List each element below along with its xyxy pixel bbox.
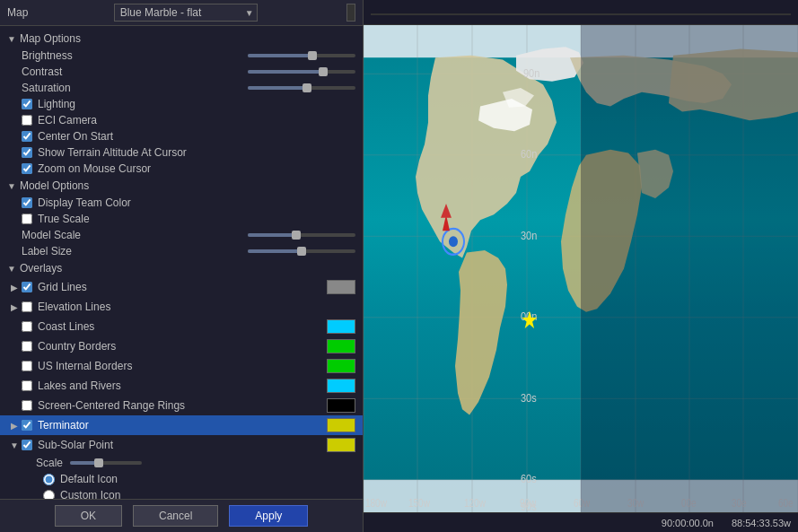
custom-icon-label: Custom Icon xyxy=(60,489,120,499)
model-options-label: Model Options xyxy=(20,179,89,192)
scroll-indicator[interactable] xyxy=(346,4,355,22)
map-footer: 90:00:00.0n 88:54:33.53w xyxy=(364,512,798,532)
cancel-button[interactable]: Cancel xyxy=(133,505,218,527)
svg-text:★: ★ xyxy=(521,307,539,333)
zoom-cursor-checkbox[interactable] xyxy=(22,163,32,174)
display-team-color-row: Display Team Color xyxy=(7,195,363,211)
overlay-row-lakes-rivers[interactable]: Lakes and Rivers xyxy=(0,376,363,396)
overlay-row-sub-solar[interactable]: ▼ Sub-Solar Point xyxy=(0,435,363,455)
terminator-checkbox[interactable] xyxy=(22,420,32,431)
left-panel: Map Blue Marble - flat Blue Marble - glo… xyxy=(0,0,364,532)
display-team-color-label: Display Team Color xyxy=(38,196,131,209)
range-rings-checkbox[interactable] xyxy=(22,400,32,411)
overlays-section[interactable]: ▼ Overlays xyxy=(0,259,363,277)
right-panel: 90n 60n 30n 00n 30s 60s 90s 180w 150w 12… xyxy=(364,0,798,532)
display-team-color-checkbox[interactable] xyxy=(22,197,32,208)
svg-text:30n: 30n xyxy=(521,229,537,242)
map-canvas[interactable]: 90n 60n 30n 00n 30s 60s 90s 180w 150w 12… xyxy=(364,25,798,512)
lighting-checkbox[interactable] xyxy=(22,99,32,109)
saturation-slider[interactable] xyxy=(248,86,355,90)
svg-text:120w: 120w xyxy=(464,497,487,509)
map-options-content: Brightness Contrast xyxy=(0,48,363,177)
contrast-slider[interactable] xyxy=(248,70,355,74)
map-label: Map xyxy=(7,6,28,19)
lakes-rivers-color-swatch[interactable] xyxy=(327,379,355,393)
sub-solar-color-swatch[interactable] xyxy=(327,438,355,452)
brightness-slider[interactable] xyxy=(248,54,355,57)
label-size-label: Label Size xyxy=(22,245,248,257)
overlays-label: Overlays xyxy=(20,262,62,275)
show-terrain-label: Show Terrain Altitude At Cursor xyxy=(38,146,187,159)
custom-icon-radio[interactable] xyxy=(43,490,55,500)
grid-lines-color-swatch[interactable] xyxy=(327,280,355,294)
overlays-arrow-icon: ▼ xyxy=(7,264,16,274)
terminator-label: Terminator xyxy=(38,419,323,432)
sub-solar-expand-icon[interactable]: ▼ xyxy=(7,440,22,450)
default-icon-label: Default Icon xyxy=(60,473,118,485)
elevation-lines-expand-icon[interactable]: ▶ xyxy=(7,302,22,312)
svg-text:60n: 60n xyxy=(521,147,537,161)
map-options-section[interactable]: ▼ Map Options xyxy=(0,30,363,48)
saturation-label: Saturation xyxy=(22,82,248,94)
model-scale-slider[interactable] xyxy=(248,233,355,237)
bottom-bar: OK Cancel Apply xyxy=(0,499,363,532)
ok-button[interactable]: OK xyxy=(55,505,122,527)
svg-text:90n: 90n xyxy=(523,66,539,80)
eci-camera-checkbox[interactable] xyxy=(22,115,32,126)
model-scale-row: Model Scale xyxy=(7,227,363,243)
apply-button[interactable]: Apply xyxy=(229,505,308,527)
overlay-row-us-internal-borders[interactable]: US Internal Borders xyxy=(0,356,363,376)
country-borders-color-swatch[interactable] xyxy=(327,339,355,353)
map-dropdown-wrapper: Blue Marble - flat Blue Marble - globe N… xyxy=(114,4,258,22)
true-scale-row: True Scale xyxy=(7,211,363,227)
coord-lon: 88:54:33.53w xyxy=(732,518,791,528)
lakes-rivers-checkbox[interactable] xyxy=(22,380,32,391)
center-on-start-checkbox[interactable] xyxy=(22,131,32,142)
show-terrain-checkbox[interactable] xyxy=(22,147,32,158)
contrast-row: Contrast xyxy=(7,64,363,80)
map-svg: 90n 60n 30n 00n 30s 60s 90s 180w 150w 12… xyxy=(364,25,798,512)
label-size-row: Label Size xyxy=(7,243,363,259)
range-rings-color-swatch[interactable] xyxy=(327,398,355,413)
sub-solar-scale-slider[interactable] xyxy=(70,461,178,465)
brightness-label: Brightness xyxy=(22,49,248,62)
sub-solar-checkbox[interactable] xyxy=(22,440,32,450)
default-icon-radio[interactable] xyxy=(43,474,55,485)
saturation-row: Saturation xyxy=(7,80,363,96)
elevation-lines-label: Elevation Lines xyxy=(38,301,355,313)
coast-lines-color-swatch[interactable] xyxy=(327,319,355,334)
model-options-content: Display Team Color True Scale Model Scal… xyxy=(0,195,363,259)
overlay-row-terminator[interactable]: ▶ Terminator xyxy=(0,415,363,435)
coord-lat: 90:00:00.0n xyxy=(662,518,714,528)
svg-point-35 xyxy=(449,236,458,247)
overlay-row-coast-lines[interactable]: Coast Lines xyxy=(0,317,363,336)
label-size-slider[interactable] xyxy=(248,249,355,253)
terminator-color-swatch[interactable] xyxy=(327,418,355,432)
range-rings-label: Screen-Centered Range Rings xyxy=(38,399,323,412)
grid-lines-label: Grid Lines xyxy=(38,281,323,293)
contrast-label: Contrast xyxy=(22,65,248,78)
model-options-section[interactable]: ▼ Model Options xyxy=(0,177,363,195)
map-dropdown[interactable]: Blue Marble - flat Blue Marble - globe N… xyxy=(114,4,258,22)
sub-solar-content: Scale Default Icon Custom Icon ⚙ xyxy=(0,455,363,499)
lighting-row: Lighting xyxy=(7,96,363,112)
coast-lines-checkbox[interactable] xyxy=(22,321,32,332)
options-scroll-area[interactable]: ▼ Map Options Brightness Contrast xyxy=(0,26,363,499)
grid-lines-checkbox[interactable] xyxy=(22,282,32,292)
coast-lines-label: Coast Lines xyxy=(38,320,323,333)
map-header-strip xyxy=(364,0,798,25)
terminator-expand-icon[interactable]: ▶ xyxy=(7,421,22,431)
us-internal-borders-checkbox[interactable] xyxy=(22,361,32,371)
custom-icon-row: Custom Icon xyxy=(22,487,363,499)
center-on-start-label: Center On Start xyxy=(38,130,113,143)
elevation-lines-checkbox[interactable] xyxy=(22,301,32,312)
map-options-arrow-icon: ▼ xyxy=(7,34,16,44)
overlay-row-elevation-lines[interactable]: ▶ Elevation Lines xyxy=(0,297,363,317)
country-borders-checkbox[interactable] xyxy=(22,341,32,352)
overlay-row-grid-lines[interactable]: ▶ Grid Lines xyxy=(0,277,363,297)
overlay-row-range-rings[interactable]: Screen-Centered Range Rings xyxy=(0,396,363,415)
overlay-row-country-borders[interactable]: Country Borders xyxy=(0,336,363,356)
true-scale-checkbox[interactable] xyxy=(22,214,32,224)
us-borders-color-swatch[interactable] xyxy=(327,359,355,373)
grid-lines-expand-icon[interactable]: ▶ xyxy=(7,283,22,292)
